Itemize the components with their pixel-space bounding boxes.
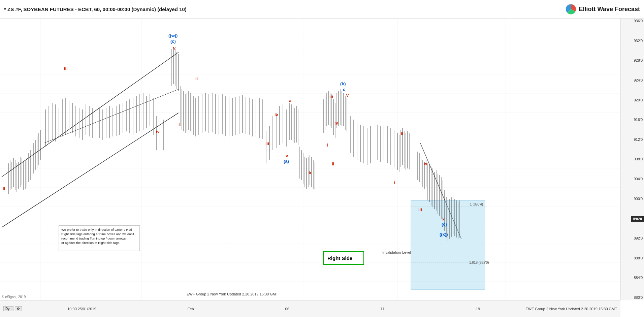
chart-title: * ZS #F, SOYBEAN FUTURES - ECBT, 60, 00:…	[4, 6, 566, 12]
svg-text:Right side tags entering at Bl: Right side tags entering at Blue boxes a…	[61, 232, 134, 236]
svg-text:or against the direction of Ri: or against the direction of Right side t…	[61, 241, 120, 245]
current-price-badge: 896'0	[631, 216, 644, 222]
chart-svg: ((w)) (c) v iii ii i iv ii iv a iii v (a…	[0, 19, 620, 300]
price-924: 924'0	[622, 78, 643, 82]
chart-container: * ZS #F, SOYBEAN FUTURES - ECBT, 60, 00:…	[0, 0, 644, 317]
price-904: 904'0	[622, 177, 643, 181]
svg-text:iii: iii	[329, 94, 333, 99]
price-936: 936'0	[622, 19, 643, 23]
svg-text:iii: iii	[418, 207, 422, 212]
svg-text:ii: ii	[195, 76, 198, 81]
svg-text:i: i	[179, 122, 180, 127]
time-3: 06	[285, 307, 289, 311]
price-920: 920'0	[622, 98, 643, 102]
price-932: 932'0	[622, 39, 643, 43]
svg-text:1.618 (882'0): 1.618 (882'0)	[469, 261, 489, 264]
svg-line-23	[2, 52, 179, 177]
svg-text:v: v	[173, 45, 176, 51]
dyn-button[interactable]: Dyn	[3, 306, 13, 311]
svg-text:Invalidation Level: Invalidation Level	[382, 250, 411, 254]
footer-text: EWF Group 2 New York Updated 2.20.2019 1…	[526, 307, 617, 311]
price-928: 928'0	[622, 59, 643, 62]
svg-text:((x)): ((x))	[440, 232, 448, 237]
settings-button[interactable]: ⚙	[15, 306, 22, 311]
svg-text:b: b	[309, 170, 311, 175]
svg-text:iv: iv	[156, 129, 160, 134]
svg-text:(a): (a)	[284, 159, 289, 164]
time-4: 11	[381, 307, 385, 311]
bottom-bar: Dyn ⚙ 10:00 25/01/2019 Feb 06 11 19 EWF …	[0, 300, 620, 317]
price-880: 880'0	[622, 296, 643, 299]
svg-text:(c): (c)	[170, 39, 176, 44]
time-2: Feb	[188, 307, 194, 311]
logo-area: Elliott Wave Forecast	[566, 4, 640, 14]
svg-text:v: v	[286, 153, 288, 158]
price-908: 908'0	[622, 157, 643, 161]
svg-text:Right Side ↑: Right Side ↑	[327, 255, 356, 261]
ewf-logo-icon	[566, 4, 576, 14]
svg-text:ii: ii	[332, 161, 334, 166]
price-892: 892'0	[622, 236, 643, 240]
time-1: 10:00 25/01/2019	[67, 307, 96, 311]
svg-text:v: v	[346, 93, 349, 98]
time-axis: 10:00 25/01/2019 Feb 06 11 19	[22, 307, 526, 311]
svg-text:EWF Group 2 New York Updated 2: EWF Group 2 New York Updated 2.20.2019 1…	[187, 292, 278, 296]
price-916: 916'0	[622, 118, 643, 122]
svg-text:ii: ii	[3, 186, 5, 191]
price-900: 900'0	[622, 197, 643, 201]
svg-text:© eSignal, 2019: © eSignal, 2019	[2, 295, 26, 299]
svg-text:c: c	[343, 87, 345, 92]
svg-text:v: v	[442, 216, 445, 221]
footer-toolbar: Dyn ⚙	[3, 306, 22, 311]
ewf-logo-text: Elliott Wave Forecast	[579, 6, 640, 13]
svg-text:iv: iv	[424, 161, 428, 166]
svg-text:We prefer to trade only in dir: We prefer to trade only in direction of …	[61, 228, 132, 231]
svg-text:iv: iv	[275, 112, 279, 117]
svg-text:recommend trading Turning up /: recommend trading Turning up / down arro…	[61, 236, 126, 240]
price-884: 884'0	[622, 276, 643, 280]
svg-text:iii: iii	[64, 66, 68, 71]
svg-text:iv: iv	[334, 121, 339, 126]
svg-line-24	[2, 113, 179, 227]
svg-text:i: i	[394, 180, 395, 185]
price-888: 888'0	[622, 256, 643, 260]
svg-text:(b): (b)	[340, 81, 346, 86]
price-axis: 936'0 932'0 928'0 924'0 920'0 916'0 912'…	[620, 19, 644, 300]
top-bar: * ZS #F, SOYBEAN FUTURES - ECBT, 60, 00:…	[0, 0, 644, 19]
svg-text:a: a	[289, 98, 292, 103]
svg-text:1 (896'4): 1 (896'4)	[470, 202, 483, 206]
svg-text:((w)): ((w))	[168, 33, 178, 38]
price-912: 912'0	[622, 138, 643, 141]
svg-text:(c): (c)	[442, 222, 447, 227]
svg-line-25	[44, 89, 179, 143]
time-5: 19	[476, 307, 480, 311]
svg-text:ii: ii	[401, 131, 403, 136]
svg-text:i: i	[327, 142, 328, 148]
svg-text:iii: iii	[265, 141, 269, 146]
chart-area: ((w)) (c) v iii ii i iv ii iv a iii v (a…	[0, 19, 620, 300]
